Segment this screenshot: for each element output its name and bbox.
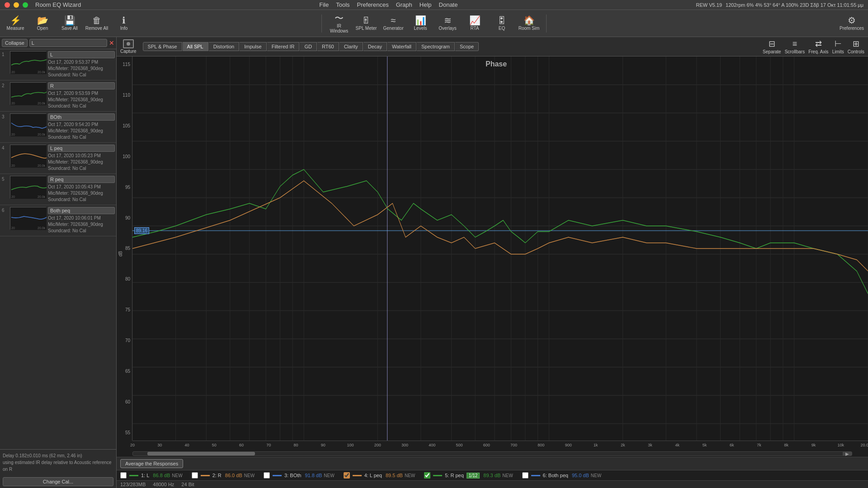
x-tick-600: 600 (483, 443, 490, 447)
measurement-item-6[interactable]: 6 20 20.0k ✕ Oct 17, 2020 10:06:01 PMMic… (0, 205, 116, 236)
scrollbars-icon: ≡ (793, 39, 797, 49)
minimize-button[interactable] (14, 2, 19, 8)
save-all-button[interactable]: 💾 Save All (58, 12, 81, 35)
graph-main[interactable]: 89.16 Phase (132, 56, 868, 441)
sample-rate-status: 48000 Hz (153, 482, 174, 487)
legend-checkbox-3[interactable] (264, 472, 270, 479)
tab-impulse[interactable]: Impulse (240, 42, 267, 51)
tab-scope[interactable]: Scope (455, 42, 479, 51)
scrollbars-button[interactable]: ≡ Scrollbars (785, 39, 805, 54)
menu-file[interactable]: File (319, 1, 329, 8)
collapse-button[interactable]: Collapse (2, 39, 28, 47)
ir-windows-icon: 〜 (335, 14, 344, 23)
remove-all-button[interactable]: 🗑 Remove All (85, 12, 108, 35)
measurement-name-input-2[interactable] (48, 82, 115, 89)
open-button[interactable]: 📂 Open (31, 12, 54, 35)
separate-label: Separate (763, 49, 781, 54)
measurement-name-input-6[interactable] (48, 207, 115, 214)
open-icon: 📂 (37, 16, 48, 25)
tab-clarity[interactable]: Clarity (340, 42, 363, 51)
tab-gd[interactable]: GD (300, 42, 317, 51)
measure-button[interactable]: ⚡ Measure (4, 12, 27, 35)
legend-checkbox-6[interactable] (522, 472, 528, 479)
tab-all-spl[interactable]: All SPL (183, 42, 208, 51)
y-axis: 115110105100959085807570656055 (117, 56, 132, 441)
tab-rt60[interactable]: RT60 (317, 42, 339, 51)
measurement-name-input-1[interactable] (48, 51, 115, 58)
tab-waterfall[interactable]: Waterfall (387, 42, 416, 51)
sidebar-search-input[interactable] (29, 39, 107, 47)
menu-bar[interactable]: File Tools Preferences Graph Help Donate (319, 1, 458, 8)
x-scrollbar[interactable]: ▶ (132, 451, 852, 456)
measurement-name-input-4[interactable] (48, 145, 115, 152)
menu-help[interactable]: Help (420, 1, 432, 8)
svg-text:20: 20 (11, 226, 15, 230)
measurement-number-2: 2 (2, 83, 8, 88)
graph-container[interactable]: dB 115110105100959085807570656055 (117, 56, 868, 441)
controls-button[interactable]: ⊞ Controls (848, 39, 864, 54)
measurement-item-4[interactable]: 4 20 20.0k ✕ Oct 17, 2020 10:05:23 PMMic… (0, 143, 116, 174)
toolbar-separator-1 (321, 14, 322, 33)
measurement-item-2[interactable]: 2 20 20.0k ✕ Oct 17, 2020 9:53:59 PMMic/… (0, 80, 116, 112)
menu-graph[interactable]: Graph (396, 1, 412, 8)
limits-button[interactable]: ⊢ Limits (832, 39, 844, 54)
measurement-item-5[interactable]: 5 20 20.0k ✕ Oct 17, 2020 10:05:43 PMMic… (0, 174, 116, 205)
measurement-thumb-3: 20 20.0k (10, 113, 46, 136)
change-cal-button[interactable]: Change Cal... (3, 477, 113, 486)
generator-button[interactable]: ≈ Generator (382, 12, 405, 35)
window-controls[interactable]: Room EQ Wizard (5, 1, 81, 8)
preferences-button[interactable]: ⚙ Preferences (840, 12, 863, 35)
legend-tag-3: NEW (324, 473, 334, 478)
app-title: REW V5.19 (696, 2, 722, 8)
tab-filtered-ir[interactable]: Filtered IR (267, 42, 300, 51)
measurement-thumb-6: 20 20.0k (10, 207, 46, 230)
legend-checkbox-1[interactable] (120, 472, 127, 479)
measurement-name-input-5[interactable] (48, 176, 115, 183)
eq-button[interactable]: 🎛 EQ (490, 12, 514, 35)
legend-label-1: 1: L (141, 473, 149, 478)
measurement-item-1[interactable]: 1 20 20.0k ✕ Oct 17, 2020 9:53:37 PMMic/… (0, 49, 116, 80)
freq-axis-button[interactable]: ⇄ Freq. Axis (808, 39, 828, 54)
capture-button[interactable]: Capture (120, 39, 137, 54)
tab-spl-phase[interactable]: SPL & Phase (143, 42, 182, 51)
spl-meter-button[interactable]: 🎚 SPL Meter (354, 12, 378, 35)
svg-text:20: 20 (11, 164, 15, 167)
measurement-item-3[interactable]: 3 20 20.0k ✕ Oct 17, 2020 9:54:20 PMMic/… (0, 112, 116, 143)
x-tick-700: 700 (510, 443, 517, 447)
y-tick-95: 95 (118, 185, 130, 190)
tab-decay[interactable]: Decay (363, 42, 387, 51)
legend-checkbox-5[interactable] (424, 472, 430, 479)
maximize-button[interactable] (23, 2, 28, 8)
levels-button[interactable]: 📊 Levels (409, 12, 432, 35)
scroll-right-arrow[interactable]: ▶ (843, 452, 852, 455)
legend-badge-5: 1/12 (467, 473, 480, 479)
average-responses-button[interactable]: Average the Responses (120, 459, 183, 468)
separate-button[interactable]: ⊟ Separate (763, 39, 781, 54)
info-button[interactable]: ℹ Info (112, 12, 136, 35)
menu-tools[interactable]: Tools (336, 1, 349, 8)
legend-row: 1: L 86.8 dB NEW 2: R 86.0 dB NEW 3: BOt… (117, 470, 868, 480)
close-button[interactable] (5, 2, 10, 8)
menu-donate[interactable]: Donate (439, 1, 458, 8)
ir-windows-button[interactable]: 〜 IR Windows (327, 12, 351, 35)
x-scrollbar-thumb[interactable] (147, 452, 255, 455)
legend-color-1 (129, 475, 138, 476)
tab-distortion[interactable]: Distortion (209, 42, 239, 51)
measurement-info-4: ✕ Oct 17, 2020 10:05:23 PMMic/Meter: 702… (48, 145, 116, 172)
x-tick-7k: 7k (757, 443, 761, 447)
eq-icon: 🎛 (497, 16, 506, 25)
overlays-button[interactable]: ≋ Overlays (436, 12, 459, 35)
y-tick-75: 75 (118, 307, 130, 312)
rta-button[interactable]: 📈 RTA (463, 12, 486, 35)
menu-preferences[interactable]: Preferences (357, 1, 389, 8)
graph-tab-group: SPL & PhaseAll SPLDistortionImpulseFilte… (143, 42, 479, 51)
spl-meter-icon: 🎚 (362, 16, 371, 25)
sidebar-clear-icon[interactable]: ✕ (109, 39, 114, 47)
legend-checkbox-2[interactable] (192, 472, 198, 479)
measurement-name-input-3[interactable] (48, 113, 115, 121)
legend-checkbox-4[interactable] (344, 472, 350, 479)
preferences-label: Preferences (840, 26, 864, 31)
toolbar-right: ⚙ Preferences (840, 12, 863, 35)
room-sim-button[interactable]: 🏠 Room Sim (517, 12, 541, 35)
tab-spectrogram[interactable]: Spectrogram (417, 42, 455, 51)
